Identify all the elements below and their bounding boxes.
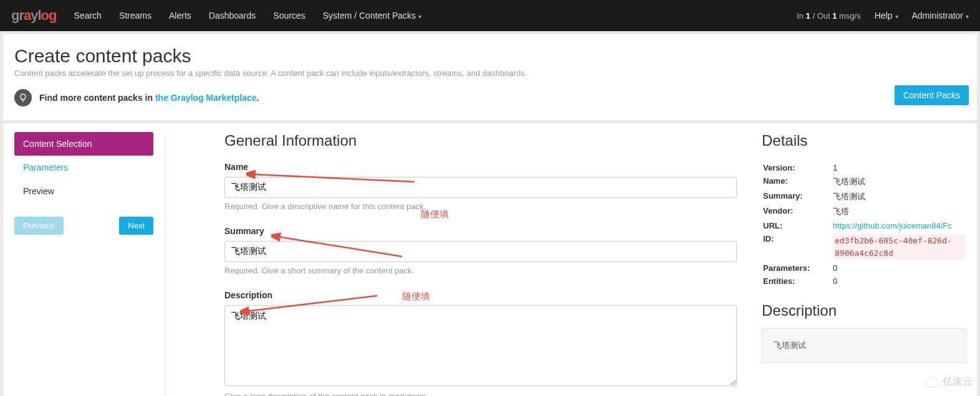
page-description: Content packs accelerate the set up proc… [14, 68, 966, 78]
summary-help: Required. Give a short summary of the co… [224, 266, 737, 275]
det-label-vendor: Vendor: [763, 205, 832, 219]
name-label: Name [224, 162, 737, 172]
det-val-name: 飞塔测试 [833, 175, 966, 189]
description-help: Give a long description of the content p… [224, 392, 737, 396]
hint-text: Find more content packs in the Graylog M… [39, 93, 259, 103]
content-packs-button[interactable]: Content Packs [895, 85, 969, 105]
nav-administrator[interactable]: Administrator [912, 11, 969, 21]
description-heading: Description [762, 302, 967, 319]
det-label-url: URL: [763, 220, 832, 232]
logo: graylog [11, 7, 57, 24]
page-title: Create content packs [14, 45, 966, 67]
det-val-id: ed3fb2b6-605c-40ef-826d-8906a4c62c8d [833, 234, 966, 260]
section-heading: General Information [224, 132, 737, 149]
det-label-summary: Summary: [763, 190, 832, 204]
det-label-name: Name: [763, 175, 832, 189]
details-table: Version:1 Name:飞塔测试 Summary:飞塔测试 Vendor:… [762, 161, 967, 288]
previous-button[interactable]: Previous [14, 217, 64, 235]
details-heading: Details [762, 132, 967, 149]
watermark: 亿速云 [924, 375, 973, 389]
det-label-entities: Entities: [763, 275, 832, 287]
nav-search[interactable]: Search [74, 11, 102, 21]
lightbulb-icon [14, 89, 32, 106]
page-header: Create content packs Content packs accel… [3, 34, 977, 120]
description-textarea[interactable] [224, 305, 737, 386]
det-val-parameters: 0 [833, 262, 966, 274]
nav-dashboards[interactable]: Dashboards [209, 11, 256, 21]
summary-label: Summary [224, 226, 737, 236]
nav-sources[interactable]: Sources [273, 11, 305, 21]
nav-system-content-packs[interactable]: System / Content Packs [323, 11, 421, 21]
det-label-version: Version: [763, 162, 832, 174]
io-stats: In 1 / Out 1 msg/s [797, 11, 861, 21]
det-val-summary: 飞塔测试 [833, 190, 966, 204]
name-input[interactable] [224, 177, 737, 198]
det-label-id: ID: [763, 233, 832, 261]
name-help: Required. Give a descriptive name for th… [224, 202, 737, 211]
summary-input[interactable] [224, 241, 737, 262]
det-val-url[interactable]: https://github.com/juiceman84/Fc [833, 221, 952, 230]
step-parameters[interactable]: Parameters [14, 156, 153, 179]
description-box: 飞塔测试 [762, 328, 967, 363]
marketplace-link[interactable]: the Graylog Marketplace [155, 93, 257, 103]
step-preview[interactable]: Preview [14, 179, 153, 203]
description-label: Description [224, 290, 737, 300]
det-val-version: 1 [833, 162, 966, 174]
nav-streams[interactable]: Streams [119, 11, 151, 21]
det-label-parameters: Parameters: [763, 262, 832, 274]
nav-help[interactable]: Help [875, 11, 898, 21]
det-val-entities: 0 [833, 275, 966, 287]
step-content-selection[interactable]: Content Selection [14, 132, 153, 156]
nav-alerts[interactable]: Alerts [169, 11, 191, 21]
next-button[interactable]: Next [119, 217, 153, 235]
top-navbar: graylog Search Streams Alerts Dashboards… [0, 0, 980, 31]
det-val-vendor: 飞塔 [833, 205, 966, 219]
wizard-steps: Content Selection Parameters Preview [14, 132, 153, 203]
